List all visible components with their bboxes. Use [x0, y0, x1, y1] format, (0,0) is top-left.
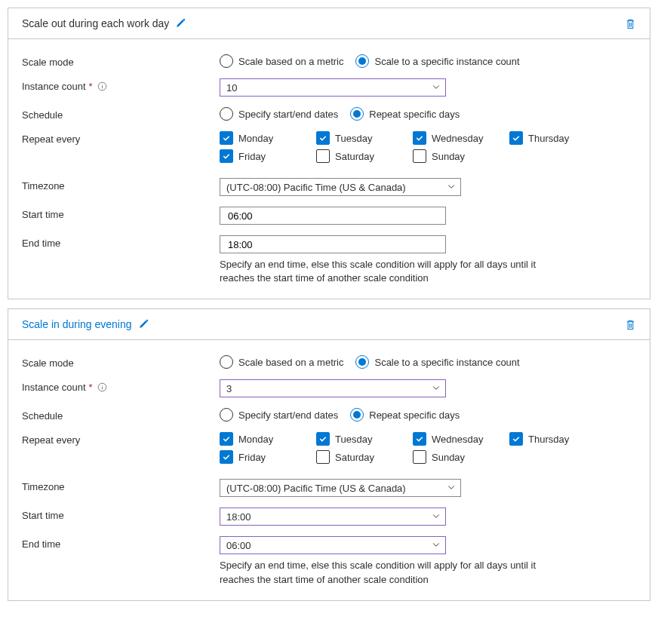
scale-mode-label: Scale mode: [22, 355, 220, 369]
repeat-every-label: Repeat every: [22, 131, 220, 145]
day-monday[interactable]: Monday: [220, 432, 316, 446]
end-time-value: 06:00: [226, 540, 251, 551]
day-sunday[interactable]: Sunday: [413, 450, 509, 464]
end-time-field[interactable]: [226, 238, 439, 251]
day-wednesday[interactable]: Wednesday: [413, 131, 509, 145]
chevron-down-icon: [432, 511, 441, 523]
day-saturday[interactable]: Saturday: [316, 149, 413, 163]
day-sunday[interactable]: Sunday: [413, 149, 509, 163]
start-time-field[interactable]: [226, 210, 439, 222]
chevron-down-icon: [432, 383, 441, 394]
schedule-label: Schedule: [22, 408, 220, 422]
timezone-label: Timezone: [22, 178, 220, 192]
radio-schedule-repeat[interactable]: Repeat specific days: [350, 107, 460, 121]
end-time-hint: Specify an end time, else this scale con…: [220, 559, 552, 586]
timezone-select[interactable]: (UTC-08:00) Pacific Time (US & Canada): [220, 479, 461, 497]
days-group: Monday Tuesday Wednesday Thursday Friday…: [220, 432, 636, 468]
day-tuesday[interactable]: Tuesday: [316, 131, 413, 145]
schedule-label: Schedule: [22, 107, 220, 121]
start-time-label: Start time: [22, 508, 220, 521]
info-icon[interactable]: [97, 382, 107, 392]
day-tuesday[interactable]: Tuesday: [316, 432, 413, 446]
panel-title[interactable]: Scale in during evening: [22, 318, 132, 330]
day-thursday[interactable]: Thursday: [509, 131, 606, 145]
radio-label: Scale based on a metric: [238, 357, 343, 368]
end-time-label: End time: [22, 536, 220, 550]
edit-icon[interactable]: [175, 18, 186, 29]
day-thursday[interactable]: Thursday: [509, 432, 606, 446]
delete-icon[interactable]: [625, 18, 636, 29]
scale-mode-label: Scale mode: [22, 54, 220, 68]
instance-count-label: Instance count*: [22, 379, 220, 393]
instance-count-label: Instance count*: [22, 78, 220, 92]
day-wednesday[interactable]: Wednesday: [413, 432, 509, 446]
day-saturday[interactable]: Saturday: [316, 450, 413, 464]
timezone-value: (UTC-08:00) Pacific Time (US & Canada): [226, 483, 406, 494]
start-time-label: Start time: [22, 207, 220, 220]
radio-label: Scale to a specific instance count: [374, 357, 519, 368]
edit-icon[interactable]: [138, 319, 149, 330]
timezone-label: Timezone: [22, 479, 220, 492]
radio-scale-specific[interactable]: Scale to a specific instance count: [355, 355, 519, 369]
start-time-select[interactable]: 18:00: [220, 508, 446, 526]
days-group: Monday Tuesday Wednesday Thursday Friday…: [220, 131, 636, 167]
radio-schedule-dates[interactable]: Specify start/end dates: [220, 107, 338, 121]
timezone-value: (UTC-08:00) Pacific Time (US & Canada): [226, 182, 406, 193]
scale-condition-panel: Scale out during each work day Scale mod…: [8, 8, 650, 299]
start-time-input[interactable]: [220, 207, 446, 225]
radio-label: Repeat specific days: [369, 109, 460, 120]
end-time-select[interactable]: 06:00: [220, 536, 446, 554]
radio-label: Specify start/end dates: [238, 109, 338, 120]
radio-schedule-dates[interactable]: Specify start/end dates: [220, 408, 338, 422]
end-time-label: End time: [22, 235, 220, 249]
panel-header: Scale in during evening: [8, 309, 650, 340]
radio-scale-specific[interactable]: Scale to a specific instance count: [355, 54, 519, 68]
instance-count-select[interactable]: 3: [220, 379, 446, 397]
panel-title: Scale out during each work day: [22, 17, 169, 29]
delete-icon[interactable]: [625, 319, 636, 330]
end-time-hint: Specify an end time, else this scale con…: [220, 258, 552, 285]
panel-body: Scale mode Scale based on a metric Scale…: [8, 340, 650, 600]
panel-body: Scale mode Scale based on a metric Scale…: [8, 39, 650, 299]
end-time-input[interactable]: [220, 235, 446, 253]
start-time-value: 18:00: [226, 511, 251, 523]
instance-count-value: 10: [226, 82, 237, 94]
chevron-down-icon: [447, 483, 456, 494]
chevron-down-icon: [447, 182, 456, 193]
info-icon[interactable]: [97, 81, 107, 91]
radio-scale-metric[interactable]: Scale based on a metric: [220, 355, 343, 369]
timezone-select[interactable]: (UTC-08:00) Pacific Time (US & Canada): [220, 178, 461, 196]
radio-label: Specify start/end dates: [238, 409, 338, 421]
day-monday[interactable]: Monday: [220, 131, 316, 145]
scale-condition-panel: Scale in during evening Scale mode Scale…: [8, 308, 650, 600]
radio-schedule-repeat[interactable]: Repeat specific days: [350, 408, 460, 422]
day-friday[interactable]: Friday: [220, 450, 316, 464]
radio-label: Scale to a specific instance count: [374, 56, 519, 67]
radio-label: Repeat specific days: [369, 409, 460, 421]
panel-header: Scale out during each work day: [8, 8, 650, 39]
chevron-down-icon: [432, 82, 441, 94]
day-friday[interactable]: Friday: [220, 149, 316, 163]
instance-count-select[interactable]: 10: [220, 78, 446, 97]
repeat-every-label: Repeat every: [22, 432, 220, 446]
instance-count-value: 3: [226, 383, 232, 394]
radio-label: Scale based on a metric: [238, 56, 343, 67]
radio-scale-metric[interactable]: Scale based on a metric: [220, 54, 343, 68]
chevron-down-icon: [432, 540, 441, 551]
